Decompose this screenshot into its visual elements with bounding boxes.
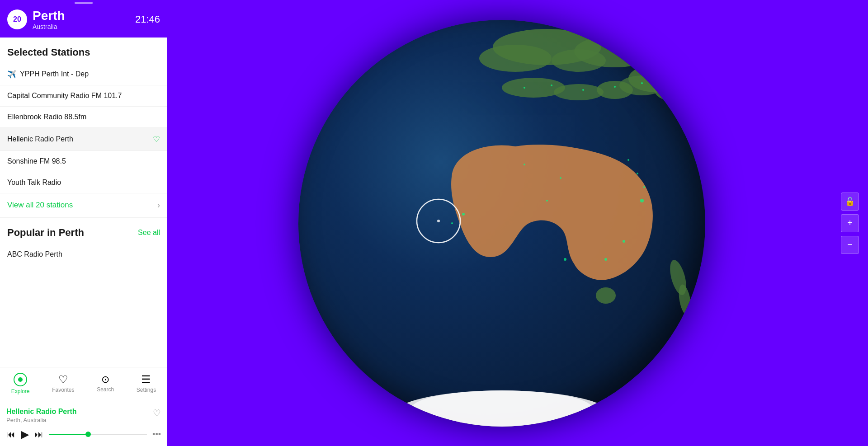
progress-fill [49, 434, 88, 435]
view-all-label: View all 20 stations [7, 201, 73, 210]
now-playing-bar: Hellenic Radio Perth Perth, Australia ♡ … [0, 402, 167, 446]
favorites-label: Favorites [52, 387, 74, 393]
globe[interactable] [298, 20, 705, 427]
scroll-handle [75, 2, 93, 4]
lock-button[interactable]: 🔓 [841, 192, 859, 211]
settings-label: Settings [137, 387, 156, 393]
minus-icon: − [847, 239, 853, 250]
station-list: ✈️ YPPH Perth Int - Dep Capital Communit… [0, 64, 167, 193]
favorites-icon: ♡ [58, 374, 68, 385]
svg-point-3 [574, 36, 656, 67]
city-badge: 20 [7, 9, 27, 29]
header: 20 Perth Australia 21:46 [0, 0, 167, 38]
svg-point-15 [623, 240, 625, 243]
station-name: ABC Radio Perth [7, 250, 62, 258]
selected-stations-title: Selected Stations [0, 38, 167, 64]
see-all-link[interactable]: See all [138, 229, 160, 237]
nav-settings[interactable]: ☰ Settings [129, 372, 163, 395]
airplane-icon: ✈️ [7, 70, 16, 79]
svg-point-31 [411, 390, 592, 427]
progress-bar[interactable] [49, 434, 147, 435]
svg-point-10 [596, 287, 616, 304]
svg-point-29 [643, 186, 645, 188]
svg-point-14 [640, 199, 644, 202]
search-icon: ⊙ [101, 375, 109, 385]
station-item[interactable]: Ellenbrook Radio 88.5fm [0, 107, 167, 128]
zoom-in-button[interactable]: + [841, 214, 859, 232]
popular-title: Popular in Perth [7, 227, 84, 239]
plus-icon: + [847, 218, 853, 228]
playback-controls: ⏮ ▶ ⏭ ••• [6, 428, 161, 441]
station-item[interactable]: ✈️ YPPH Perth Int - Dep [0, 64, 167, 85]
station-name: Capital Community Radio FM 101.7 [7, 92, 122, 100]
nav-explore[interactable]: Explore [4, 371, 37, 396]
city-details: Perth Australia [33, 9, 65, 30]
nav-favorites[interactable]: ♡ Favorites [45, 372, 81, 395]
svg-point-25 [560, 177, 561, 179]
settings-icon: ☰ [141, 374, 151, 385]
now-playing-info: Hellenic Radio Perth Perth, Australia [6, 408, 77, 423]
abc-radio-item[interactable]: ABC Radio Perth [0, 244, 167, 265]
search-label: Search [97, 386, 114, 393]
rewind-button[interactable]: ⏮ [6, 429, 15, 440]
bottom-nav: Explore ♡ Favorites ⊙ Search ☰ Settings [0, 367, 167, 402]
header-top: 20 Perth Australia 21:46 [7, 9, 160, 30]
station-name: Ellenbrook Radio 88.5fm [7, 113, 86, 121]
svg-point-33 [437, 220, 440, 222]
now-playing-info-row: Hellenic Radio Perth Perth, Australia ♡ [6, 408, 161, 423]
chevron-right-icon: › [157, 201, 160, 210]
fast-forward-button[interactable]: ⏭ [34, 429, 43, 440]
view-all-link[interactable]: View all 20 stations › [0, 193, 167, 218]
svg-point-18 [451, 222, 453, 224]
station-item-hellenic[interactable]: Hellenic Radio Perth ♡ [0, 128, 167, 151]
city-name: Perth [33, 9, 65, 23]
station-name: Hellenic Radio Perth [7, 135, 73, 143]
more-options-button[interactable]: ••• [152, 430, 161, 439]
svg-point-26 [524, 164, 525, 165]
svg-point-23 [641, 82, 643, 84]
station-item[interactable]: Sonshine FM 98.5 [0, 151, 167, 172]
station-name: Youth Talk Radio [7, 178, 61, 187]
svg-point-22 [614, 86, 616, 88]
station-item[interactable]: Youth Talk Radio [0, 172, 167, 193]
city-time: 21:46 [135, 14, 160, 25]
map-controls: 🔓 + − [841, 192, 859, 254]
now-playing-subtitle: Perth, Australia [6, 417, 77, 423]
explore-icon [14, 373, 27, 386]
now-playing-heart-button[interactable]: ♡ [153, 408, 161, 418]
svg-point-20 [551, 85, 552, 86]
now-playing-title: Hellenic Radio Perth [6, 408, 77, 416]
zoom-out-button[interactable]: − [841, 236, 859, 254]
svg-point-19 [524, 87, 525, 89]
svg-point-5 [554, 84, 604, 100]
city-info: 20 Perth Australia [7, 9, 65, 30]
svg-point-21 [582, 89, 584, 91]
station-name: ✈️ YPPH Perth Int - Dep [7, 70, 89, 79]
svg-point-9 [628, 65, 683, 92]
svg-point-1 [479, 45, 552, 72]
left-panel: 20 Perth Australia 21:46 Selected Statio… [0, 0, 167, 446]
svg-point-16 [604, 258, 607, 261]
content-area[interactable]: Selected Stations ✈️ YPPH Perth Int - De… [0, 38, 167, 367]
nav-search[interactable]: ⊙ Search [90, 373, 121, 394]
station-item[interactable]: Capital Community Radio FM 101.7 [0, 85, 167, 107]
svg-point-24 [546, 200, 548, 202]
svg-point-13 [462, 213, 465, 216]
lock-icon: 🔓 [845, 197, 855, 207]
progress-thumb [85, 432, 91, 437]
svg-point-28 [637, 173, 638, 174]
explore-label: Explore [11, 388, 30, 394]
play-button[interactable]: ▶ [21, 428, 29, 441]
svg-point-27 [627, 159, 629, 161]
svg-point-17 [564, 258, 566, 261]
station-name: Sonshine FM 98.5 [7, 157, 66, 165]
city-country: Australia [33, 23, 65, 30]
popular-header: Popular in Perth See all [0, 218, 167, 244]
favorite-heart-icon: ♡ [153, 134, 160, 144]
